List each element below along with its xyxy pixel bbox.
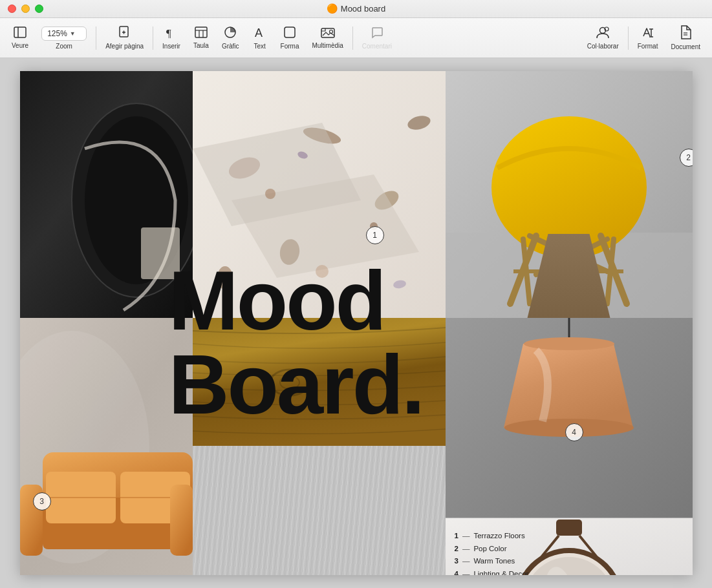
zoom-value: 125% [47,29,67,38]
svg-point-35 [316,265,329,278]
zoom-label: Zoom [56,43,72,50]
svg-text:¶: ¶ [166,27,171,39]
collaborar-label: Col·laborar [587,43,619,50]
toolbar-item-document[interactable]: Document [664,23,707,53]
page-badge-4: 4 [565,423,583,441]
taula-icon [195,26,208,40]
svg-rect-39 [446,233,693,318]
svg-rect-6 [195,27,207,37]
svg-rect-58 [170,485,193,556]
image-wood[interactable] [193,318,446,446]
legend-dash-4: — [462,568,470,575]
toolbar: Veure 125% ▼ Zoom Afegir pàgina ¶ Inseri… [0,18,712,58]
svg-point-67 [524,337,614,350]
toolbar-item-collaborar[interactable]: Col·laborar [581,23,625,52]
legend-num-4: 4 [455,568,458,575]
toolbar-item-format[interactable]: Format [631,23,665,52]
legend-num-2: 2 [455,543,458,556]
svg-point-14 [329,30,332,34]
toolbar-separator-2 [153,26,153,50]
toolbar-item-comentari[interactable]: Comentari [356,23,398,52]
legend-text-4: Lighting & Decor [473,568,528,575]
close-button[interactable] [8,5,16,13]
minimize-button[interactable] [21,5,30,13]
page-badge-3: 3 [33,492,51,510]
maximize-button[interactable] [35,5,43,13]
veure-label: Veure [12,42,28,49]
legend-item-3: 3 — Warm Tones [455,555,529,568]
toolbar-item-text[interactable]: A Text [246,23,274,52]
svg-rect-12 [285,27,295,37]
toolbar-separator-4 [628,26,629,50]
legend-dash-2: — [462,543,470,556]
app-icon: 🟠 [327,4,337,14]
titlebar: 🟠 Mood board [0,0,712,18]
svg-point-33 [265,189,275,199]
inserir-label: Inserir [162,43,180,50]
toolbar-item-zoom[interactable]: 125% ▼ Zoom [35,24,93,52]
text-icon: A [254,26,266,41]
image-plaster-wall[interactable] [20,318,193,575]
zoom-dropdown[interactable]: 125% ▼ [41,26,87,41]
toolbar-item-grafic[interactable]: Gràfic [215,23,246,52]
traffic-lights [8,5,43,13]
legend-item-2: 2 — Pop Color [455,543,529,556]
image-fur[interactable] [193,446,446,575]
image-terrazzo[interactable] [193,71,446,318]
afegir-pagina-label: Afegir pàgina [105,43,144,50]
legend-num-3: 3 [455,555,458,568]
add-page-icon [118,26,131,41]
multimedia-icon [321,26,335,40]
svg-rect-0 [14,27,26,37]
window-title-text: Mood board [341,4,385,14]
collaborar-icon [596,26,610,41]
comentari-label: Comentari [362,43,392,50]
legend-dash-3: — [462,555,470,568]
legend-text-3: Warm Tones [473,555,515,568]
svg-point-40 [491,116,647,258]
toolbar-item-multimedia[interactable]: Multimèdia [305,24,349,52]
format-label: Format [638,43,658,50]
text-label: Text [254,43,265,50]
toolbar-separator-1 [96,26,96,50]
toolbar-item-forma[interactable]: Forma [274,23,306,52]
toolbar-item-taula[interactable]: Taula [187,24,215,52]
toolbar-separator-3 [352,26,353,50]
comentari-icon [371,26,383,41]
image-leather-chair[interactable] [20,71,193,318]
legend-text-2: Pop Color [473,543,506,556]
multimedia-label: Multimèdia [312,42,343,49]
chevron-down-icon: ▼ [70,30,76,37]
grafic-label: Gràfic [222,43,239,50]
format-icon [642,26,654,41]
forma-label: Forma [281,43,299,50]
svg-rect-71 [556,520,582,536]
page: Mood Board. 1 2 3 4 1 — Terrazzo Floors [20,71,693,575]
forma-icon [283,26,296,41]
image-yellow-chair[interactable] [446,71,693,318]
svg-point-32 [217,266,233,289]
document-icon [680,25,691,41]
svg-point-64 [193,446,446,575]
legend-text-1: Terrazzo Floors [473,530,524,543]
toolbar-item-afegir-pagina[interactable]: Afegir pàgina [99,23,150,52]
sidebar-icon [14,26,27,40]
legend-num-1: 1 [455,530,458,543]
legend-dash-1: — [462,530,470,543]
inserir-icon: ¶ [166,26,177,41]
svg-rect-59 [193,318,446,446]
window-title: 🟠 Mood board [327,4,385,14]
svg-text:A: A [255,26,263,39]
toolbar-item-inserir[interactable]: ¶ Inserir [156,23,187,52]
legend-item-4: 4 — Lighting & Decor [455,568,529,575]
toolbar-item-veure[interactable]: Veure [5,24,35,52]
taula-label: Taula [193,42,209,49]
legend-list: 1 — Terrazzo Floors 2 — Pop Color 3 — Wa… [455,530,529,575]
legend-item-1: 1 — Terrazzo Floors [455,530,529,543]
page-badge-1: 1 [366,226,384,244]
document-label: Document [671,43,700,50]
svg-point-25 [85,116,188,284]
grafic-icon [224,26,237,41]
canvas-area: Mood Board. 1 2 3 4 1 — Terrazzo Floors [0,58,712,588]
